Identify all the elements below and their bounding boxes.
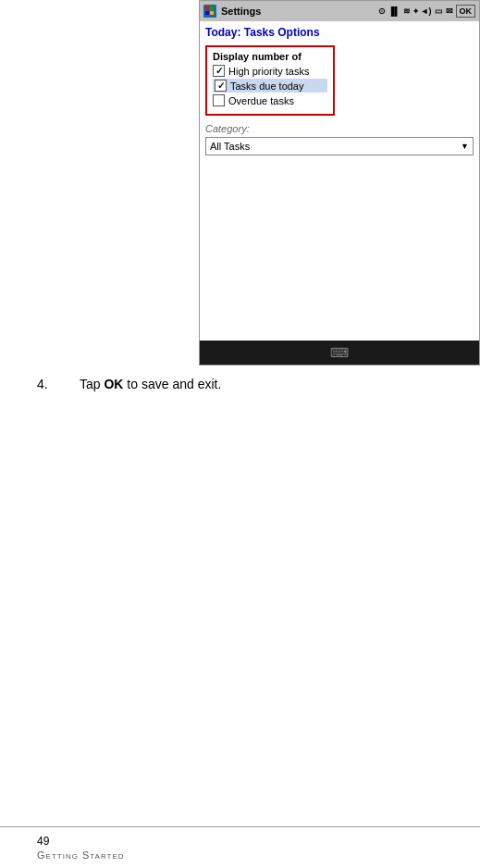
antenna-icon: ⌖ <box>413 6 418 17</box>
category-section: Category: All Tasks ▼ <box>205 121 474 157</box>
taskbar-bottom: ⌨ <box>200 341 479 365</box>
ok-button[interactable]: OK <box>456 5 476 18</box>
page-wrapper: Settings ⊙ ▐▌ ≋ ⌖ ◄) ▭ ✉ OK <box>0 0 480 868</box>
overdue-tasks-checkbox[interactable] <box>213 94 225 106</box>
step-row-4: 4. Tap OK to save and exit. <box>37 377 443 391</box>
display-number-label: Display number of <box>213 51 327 62</box>
svg-rect-3 <box>210 11 214 15</box>
svg-rect-2 <box>205 11 209 15</box>
title-bar: Today: Tasks Options <box>200 21 479 42</box>
tasks-due-today-checkbox[interactable] <box>215 80 227 92</box>
ok-bold: OK <box>104 377 123 391</box>
footer-page-number: 49 <box>37 835 443 848</box>
step-number-4: 4. <box>37 377 65 391</box>
svg-rect-1 <box>210 6 214 10</box>
tasks-due-today-row: Tasks due today <box>213 79 327 93</box>
status-bar-left: Settings <box>203 5 261 18</box>
svg-rect-0 <box>205 6 209 10</box>
high-priority-checkbox[interactable] <box>213 65 225 77</box>
tasks-due-today-label: Tasks due today <box>230 81 304 92</box>
keyboard-icon: ⌨ <box>330 345 349 360</box>
footer: 49 Getting Started <box>0 826 480 868</box>
sync-icon: ⊙ <box>378 6 386 16</box>
category-label: Category: <box>205 123 474 134</box>
high-priority-label: High priority tasks <box>228 66 309 77</box>
envelope-icon: ✉ <box>446 6 453 16</box>
volume-icon: ◄) <box>421 6 432 16</box>
dropdown-arrow-icon: ▼ <box>461 142 469 151</box>
network-icon: ≋ <box>403 6 411 16</box>
overdue-tasks-label: Overdue tasks <box>228 95 294 106</box>
category-dropdown[interactable]: All Tasks ▼ <box>205 137 474 155</box>
doc-content: 4. Tap OK to save and exit. <box>0 366 480 454</box>
battery-icon: ▭ <box>435 6 443 16</box>
status-bar-right: ⊙ ▐▌ ≋ ⌖ ◄) ▭ ✉ OK <box>378 5 475 18</box>
content-area: Display number of High priority tasks Ta… <box>200 42 479 161</box>
category-value: All Tasks <box>210 141 250 152</box>
step-text-4: Tap OK to save and exit. <box>80 377 221 391</box>
status-title: Settings <box>221 6 261 17</box>
title-bar-text: Today: Tasks Options <box>205 26 320 39</box>
signal-icon: ▐▌ <box>388 6 400 16</box>
overdue-tasks-row: Overdue tasks <box>213 94 327 106</box>
display-number-box: Display number of High priority tasks Ta… <box>205 45 335 116</box>
status-bar: Settings ⊙ ▐▌ ≋ ⌖ ◄) ▭ ✉ OK <box>200 1 479 21</box>
windows-logo-icon <box>203 5 216 18</box>
footer-section-label: Getting Started <box>37 849 443 861</box>
high-priority-row: High priority tasks <box>213 65 327 77</box>
device-screen: Settings ⊙ ▐▌ ≋ ⌖ ◄) ▭ ✉ OK <box>199 0 480 366</box>
